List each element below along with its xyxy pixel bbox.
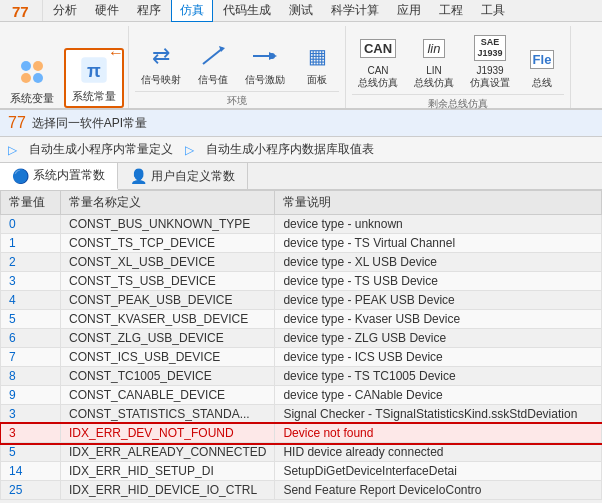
tab-user[interactable]: 👤 用户自定义常数 [118, 163, 248, 189]
menu-app[interactable]: 应用 [389, 0, 429, 21]
menu-hardware[interactable]: 硬件 [87, 0, 127, 21]
tab-system-label: 系统内置常数 [33, 167, 105, 184]
panel-label: 面板 [307, 73, 327, 87]
cell-value: 8 [1, 367, 61, 386]
tab-user-label: 用户自定义常数 [151, 168, 235, 185]
cell-value: 5 [1, 443, 61, 462]
svg-line-7 [203, 48, 223, 64]
cell-value: 2 [1, 253, 61, 272]
sigstimu-icon [249, 40, 281, 72]
j1939-label: J1939仿真设置 [470, 65, 510, 90]
table-row[interactable]: 3CONST_STATISTICS_STANDA...Signal Checke… [1, 405, 602, 424]
j1939-button[interactable]: SAEJ1939 J1939仿真设置 [464, 30, 516, 92]
cell-value: 9 [1, 386, 61, 405]
flexi-button[interactable]: Fle 总线 [520, 41, 564, 92]
sysvar-button[interactable]: 系统变量 [4, 52, 60, 108]
cell-value: 0 [1, 215, 61, 234]
sigstimu-label: 信号激励 [245, 73, 285, 87]
env-group-label: 环境 [135, 91, 339, 108]
sigmap-icon: ⇄ [145, 40, 177, 72]
table-row[interactable]: 4CONST_PEAK_USB_DEVICEdevice type - PEAK… [1, 291, 602, 310]
sigval-icon [197, 40, 229, 72]
menu-program[interactable]: 程序 [129, 0, 169, 21]
auto-gen-const-button[interactable]: 自动生成小程序内常量定义 [25, 140, 177, 159]
cell-desc: HID device already connected [275, 443, 602, 462]
table-row[interactable]: 5IDX_ERR_ALREADY_CONNECTEDHID device alr… [1, 443, 602, 462]
cell-desc: Device not found [275, 424, 602, 443]
cansim-button[interactable]: CAN CAN总线仿真 [352, 30, 404, 92]
tab-system[interactable]: 🔵 系统内置常数 [0, 163, 118, 190]
sysvar-icon [14, 54, 50, 90]
menu-engineering[interactable]: 工程 [431, 0, 471, 21]
menu-scicomp[interactable]: 科学计算 [323, 0, 387, 21]
cell-name: IDX_ERR_ALREADY_CONNECTED [61, 443, 275, 462]
menu-simulation[interactable]: 仿真 [171, 0, 213, 22]
sysconst-button[interactable]: ← π 系统常量 [64, 48, 124, 108]
col-name: 常量名称定义 [61, 191, 275, 215]
panel-button[interactable]: ▦ 面板 [295, 38, 339, 89]
cell-desc: SetupDiGetDeviceInterfaceDetai [275, 462, 602, 481]
table-row[interactable]: 8CONST_TC1005_DEVICEdevice type - TS TC1… [1, 367, 602, 386]
cell-desc: device type - TS USB Device [275, 272, 602, 291]
cell-value: 4 [1, 291, 61, 310]
cell-name: CONST_STATISTICS_STANDA... [61, 405, 275, 424]
bus-group-label: 剩余总线仿真 [352, 94, 564, 111]
cell-desc: device type - ICS USB Device [275, 348, 602, 367]
cell-name: IDX_ERR_DEV_NOT_FOUND [61, 424, 275, 443]
menu-codegen[interactable]: 代码生成 [215, 0, 279, 21]
svg-text:π: π [87, 61, 101, 81]
table-row[interactable]: 9CONST_CANABLE_DEVICEdevice type - CANab… [1, 386, 602, 405]
tab-system-icon: 🔵 [12, 168, 29, 184]
menu-analysis[interactable]: 分析 [45, 0, 85, 21]
cell-value: 3 [1, 405, 61, 424]
api-select-icon: 77 [8, 114, 26, 132]
table-row[interactable]: 3IDX_ERR_DEV_NOT_FOUNDDevice not found [1, 424, 602, 443]
table-row[interactable]: 0CONST_BUS_UNKNOWN_TYPEdevice type - unk… [1, 215, 602, 234]
cell-name: CONST_TS_TCP_DEVICE [61, 234, 275, 253]
menu-bar: 77 分析 硬件 程序 仿真 代码生成 测试 科学计算 应用 工程 工具 [0, 0, 602, 22]
sigval-label: 信号值 [198, 73, 228, 87]
menu-test[interactable]: 测试 [281, 0, 321, 21]
svg-text:77: 77 [12, 3, 29, 20]
table-row[interactable]: 14IDX_ERR_HID_SETUP_DISetupDiGetDeviceIn… [1, 462, 602, 481]
cell-name: CONST_BUS_UNKNOWN_TYPE [61, 215, 275, 234]
tab-user-icon: 👤 [130, 168, 147, 184]
table-row[interactable]: 5CONST_KVASER_USB_DEVICEdevice type - Kv… [1, 310, 602, 329]
linsim-label: LIN总线仿真 [414, 65, 454, 90]
j1939-icon: SAEJ1939 [474, 32, 506, 64]
cell-desc: device type - PEAK USB Device [275, 291, 602, 310]
cell-desc: Send Feature Report DeviceIoContro [275, 481, 602, 500]
tabs-bar: 🔵 系统内置常数 👤 用户自定义常数 [0, 163, 602, 190]
linsim-button[interactable]: lin LIN总线仿真 [408, 30, 460, 92]
ribbon: 系统变量 ← π 系统常量 ⇄ 信号映射 [0, 22, 602, 110]
cell-desc: device type - TS Virtual Channel [275, 234, 602, 253]
table-row[interactable]: 25IDX_ERR_HID_DEVICE_IO_CTRLSend Feature… [1, 481, 602, 500]
col-desc: 常量说明 [275, 191, 602, 215]
svg-point-1 [21, 61, 31, 71]
sigmap-button[interactable]: ⇄ 信号映射 [135, 38, 187, 89]
cell-name: CONST_KVASER_USB_DEVICE [61, 310, 275, 329]
cell-value: 14 [1, 462, 61, 481]
table-row[interactable]: 2CONST_XL_USB_DEVICEdevice type - XL USB… [1, 253, 602, 272]
table-row[interactable]: 7CONST_ICS_USB_DEVICEdevice type - ICS U… [1, 348, 602, 367]
cell-desc: device type - unknown [275, 215, 602, 234]
menu-tools[interactable]: 工具 [473, 0, 513, 21]
auto-gen-table-button[interactable]: 自动生成小程序内数据库取值表 [202, 140, 378, 159]
sub-toolbar: ▷ 自动生成小程序内常量定义 ▷ 自动生成小程序内数据库取值表 [0, 137, 602, 163]
table-row[interactable]: 1CONST_TS_TCP_DEVICEdevice type - TS Vir… [1, 234, 602, 253]
cell-desc: device type - TS TC1005 Device [275, 367, 602, 386]
sysvar-label: 系统变量 [10, 91, 54, 106]
cell-name: CONST_ZLG_USB_DEVICE [61, 329, 275, 348]
cell-name: CONST_PEAK_USB_DEVICE [61, 291, 275, 310]
cell-name: CONST_TC1005_DEVICE [61, 367, 275, 386]
cell-desc: device type - Kvaser USB Device [275, 310, 602, 329]
cell-desc: Signal Checker - TSignalStatisticsKind.s… [275, 405, 602, 424]
app-logo: 77 [4, 0, 43, 21]
table-row[interactable]: 6CONST_ZLG_USB_DEVICEdevice type - ZLG U… [1, 329, 602, 348]
cell-desc: device type - CANable Device [275, 386, 602, 405]
sigstimu-button[interactable]: 信号激励 [239, 38, 291, 89]
cell-name: CONST_ICS_USB_DEVICE [61, 348, 275, 367]
table-row[interactable]: 3CONST_TS_USB_DEVICEdevice type - TS USB… [1, 272, 602, 291]
col-value: 常量值 [1, 191, 61, 215]
sigval-button[interactable]: 信号值 [191, 38, 235, 89]
